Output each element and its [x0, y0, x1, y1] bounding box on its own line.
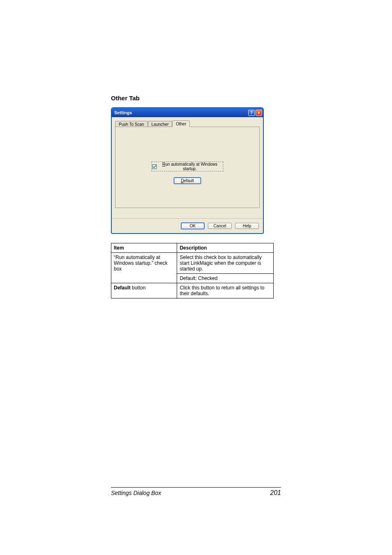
dialog-title: Settings — [114, 110, 247, 115]
run-at-startup-label: Run automatically at Windows startup. — [158, 162, 222, 171]
dialog-titlebar: Settings ? × — [112, 108, 263, 117]
description-table: Item Description “Run automatically at W… — [111, 243, 274, 298]
table-row: “Run automatically at Windows startup.” … — [111, 253, 274, 274]
ok-button[interactable]: OK — [181, 222, 205, 229]
cell-desc: Click this button to return all settings… — [177, 283, 274, 298]
dialog-client: Push To Scan Launcher Other Run automati… — [112, 117, 263, 218]
dialog-footer: OK Cancel Help — [112, 218, 263, 233]
other-tab-content: Run automatically at Windows startup. De… — [152, 162, 224, 184]
close-icon[interactable]: × — [256, 110, 262, 116]
table-header-row: Item Description — [111, 243, 274, 253]
settings-dialog: Settings ? × Push To Scan Launcher Other… — [111, 107, 264, 234]
cell-item: “Run automatically at Windows startup.” … — [111, 253, 177, 283]
help-button[interactable]: Help — [235, 223, 259, 229]
page: Other Tab Settings ? × Push To Scan Laun… — [0, 0, 392, 555]
page-number: 201 — [270, 489, 281, 497]
tab-strip: Push To Scan Launcher Other — [115, 120, 260, 127]
tab-other[interactable]: Other — [172, 120, 190, 127]
cell-desc-extra: Default: Checked — [177, 274, 274, 283]
tab-panel-other: Run automatically at Windows startup. De… — [115, 127, 260, 208]
footer-title: Settings Dialog Box — [111, 490, 161, 496]
col-description: Description — [177, 243, 274, 253]
section-heading: Other Tab — [111, 95, 281, 102]
col-item: Item — [111, 243, 177, 253]
page-footer: Settings Dialog Box 201 — [111, 487, 281, 497]
run-at-startup-checkbox[interactable]: Run automatically at Windows startup. — [152, 162, 224, 171]
default-button[interactable]: Default — [173, 177, 201, 184]
help-icon[interactable]: ? — [248, 110, 255, 116]
cell-desc: Select this check box to automatically s… — [177, 253, 274, 274]
footer-rule — [111, 487, 281, 488]
table-row: Default button Click this button to retu… — [111, 283, 274, 298]
cell-item: Default button — [111, 283, 177, 298]
check-icon — [152, 164, 157, 169]
cancel-button[interactable]: Cancel — [208, 223, 232, 229]
